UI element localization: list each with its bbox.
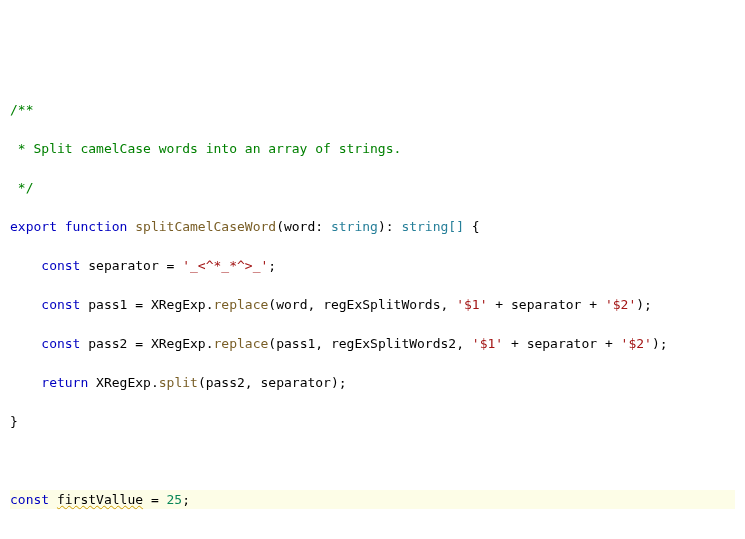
const-pass1: const pass1 = XRegExp.replace(word, regE…: [10, 295, 735, 315]
const-separator: const separator = '_<^*_*^>_';: [10, 256, 735, 276]
return-stmt: return XRegExp.split(pass2, separator);: [10, 373, 735, 393]
code-editor[interactable]: /** * Split camelCase words into an arra…: [0, 78, 745, 539]
jsdoc-close: */: [10, 180, 33, 195]
jsdoc-text: * Split camelCase words into an array of…: [10, 141, 401, 156]
close-brace: }: [10, 412, 735, 432]
jsdoc-open: /**: [10, 102, 33, 117]
function-declaration: export function splitCamelCaseWord(word:…: [10, 217, 735, 237]
blank-line: [10, 529, 735, 540]
spelling-warning[interactable]: firstVallue: [57, 492, 143, 507]
blank-line: [10, 451, 735, 471]
const-pass2: const pass2 = XRegExp.replace(pass1, reg…: [10, 334, 735, 354]
highlighted-line[interactable]: const firstVallue = 25;: [10, 490, 735, 510]
